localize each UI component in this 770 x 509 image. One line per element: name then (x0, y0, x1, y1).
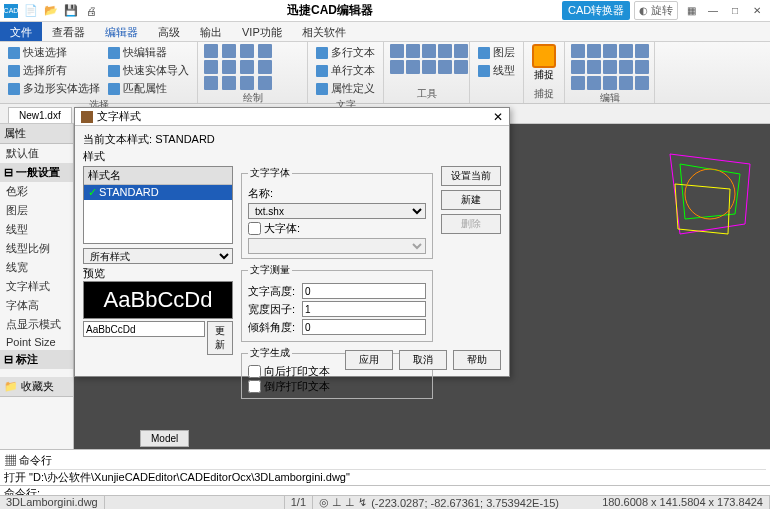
print-icon[interactable]: 🖨 (84, 4, 98, 18)
save-icon[interactable]: 💾 (64, 4, 78, 18)
backward-checkbox[interactable] (248, 365, 261, 378)
style-list-item[interactable]: STANDARD (84, 185, 232, 200)
status-coords: (-223.0287; -82.67361; 3.753942E-15) (371, 497, 559, 509)
open-icon[interactable]: 📂 (44, 4, 58, 18)
ribbon-group-draw: 绘制 (198, 42, 308, 103)
prop-item[interactable]: 图层 (0, 201, 73, 220)
height-input[interactable] (302, 283, 426, 299)
linetype-btn[interactable]: 线型 (476, 62, 517, 79)
tab-editor[interactable]: 编辑器 (95, 22, 148, 41)
quick-editor[interactable]: 快编辑器 (106, 44, 191, 61)
style-label: 样式 (83, 149, 501, 164)
width-input[interactable] (302, 301, 426, 317)
tab-viewer[interactable]: 查看器 (42, 22, 95, 41)
status-tools[interactable]: ◎ ⊥ ⊥ ↯ (-223.0287; -82.67361; 3.753942E… (313, 496, 596, 509)
layout-icon[interactable]: ▦ (682, 3, 700, 19)
tab-vip[interactable]: VIP功能 (232, 22, 292, 41)
select-all[interactable]: 选择所有 (6, 62, 102, 79)
cmd-history-line: 打开 "D:\办公软件\XunjieCADEditor\CADEditorOcx… (4, 470, 766, 485)
props-marker[interactable]: ⊟ 标注 (0, 350, 73, 369)
current-style-value: STANDARD (155, 133, 215, 145)
font-name-select[interactable]: txt.shx (248, 203, 426, 219)
dialog-title: 文字样式 (97, 109, 141, 124)
snap-button[interactable]: 捕捉 (530, 44, 558, 82)
style-list-header: 样式名 (84, 167, 232, 185)
app-title: 迅捷CAD编辑器 (98, 2, 562, 19)
minimize-icon[interactable]: — (704, 3, 722, 19)
layer-btn[interactable]: 图层 (476, 44, 517, 61)
doc-tab[interactable]: New1.dxf (8, 107, 72, 123)
match-props[interactable]: 匹配属性 (106, 80, 191, 97)
props-default: 默认值 (0, 144, 73, 163)
current-style-label: 当前文本样式: (83, 133, 152, 145)
prop-item[interactable]: 线型 (0, 220, 73, 239)
dialog-titlebar[interactable]: 文字样式 ✕ (75, 108, 509, 126)
prop-item[interactable]: 线型比例 (0, 239, 73, 258)
prop-item[interactable]: 字体高 (0, 296, 73, 315)
status-dims: 180.6008 x 141.5804 x 173.8424 (596, 496, 770, 509)
preview-label: 预览 (83, 266, 233, 281)
multiline-text[interactable]: 多行文本 (314, 44, 377, 61)
style-filter-select[interactable]: 所有样式 (83, 248, 233, 264)
new-icon[interactable]: 📄 (24, 4, 38, 18)
style-list[interactable]: 样式名 STANDARD (83, 166, 233, 244)
maximize-icon[interactable]: □ (726, 3, 744, 19)
properties-panel: 属性 默认值 ⊟ 一般设置 色彩 图层 线型 线型比例 线宽 文字样式 字体高 … (0, 124, 74, 449)
titlebar: CAD 📄 📂 💾 🖨 迅捷CAD编辑器 CAD转换器 ◐ 旋转 ▦ — □ ✕ (0, 0, 770, 22)
bigfont-select[interactable] (248, 238, 426, 254)
status-ratio: 1/1 (285, 496, 313, 509)
preview-input[interactable] (83, 321, 205, 337)
command-panel: ▦ 命令行 打开 "D:\办公软件\XunjieCADEditor\CADEdi… (0, 449, 770, 489)
app-icon: CAD (4, 4, 18, 18)
ribbon-group-snap: 捕捉 捕捉 (524, 42, 565, 103)
ribbon: 快速选择 选择所有 多边形实体选择 快编辑器 快速实体导入 匹配属性 选择 绘制… (0, 42, 770, 104)
close-icon[interactable]: ✕ (748, 3, 766, 19)
cancel-button[interactable]: 取消 (399, 350, 447, 370)
poly-select[interactable]: 多边形实体选择 (6, 80, 102, 97)
dialog-close-icon[interactable]: ✕ (493, 110, 503, 124)
preview-box: AaBbCcDd (83, 281, 233, 319)
prop-def[interactable]: 属性定义 (314, 80, 377, 97)
tab-file[interactable]: 文件 (0, 22, 42, 41)
status-file: 3DLamborgini.dwg (0, 496, 105, 509)
cad-convert-button[interactable]: CAD转换器 (562, 1, 630, 20)
quick-select[interactable]: 快速选择 (6, 44, 102, 61)
apply-button[interactable]: 应用 (345, 350, 393, 370)
tab-output[interactable]: 输出 (190, 22, 232, 41)
measure-group: 文字测量 文字高度: 宽度因子: 倾斜角度: (241, 263, 433, 342)
ribbon-group-tools: 工具 (384, 42, 470, 103)
font-group: 文字字体 名称: txt.shx 大字体: (241, 166, 433, 259)
oblique-input[interactable] (302, 319, 426, 335)
ribbon-group-edit: 编辑 (565, 42, 655, 103)
new-button[interactable]: 新建 (441, 190, 501, 210)
prop-item[interactable]: 文字样式 (0, 277, 73, 296)
cmd-title: 命令行 (19, 454, 52, 466)
ribbon-group-text: 多行文本 单行文本 属性定义 文字 (308, 42, 384, 103)
model-tab[interactable]: Model (140, 430, 189, 447)
tab-advanced[interactable]: 高级 (148, 22, 190, 41)
upside-checkbox[interactable] (248, 380, 261, 393)
favorites-title: 📁 收藏夹 (0, 377, 73, 397)
drawing-preview (660, 144, 760, 264)
help-button[interactable]: 帮助 (453, 350, 501, 370)
text-style-dialog: 文字样式 ✕ 当前文本样式: STANDARD 样式 样式名 STANDARD … (74, 107, 510, 377)
svg-point-0 (685, 169, 735, 219)
bigfont-checkbox[interactable] (248, 222, 261, 235)
menu-tabs: 文件 查看器 编辑器 高级 输出 VIP功能 相关软件 (0, 22, 770, 42)
props-title: 属性 (0, 124, 73, 144)
prop-item[interactable]: 线宽 (0, 258, 73, 277)
props-general[interactable]: ⊟ 一般设置 (0, 163, 73, 182)
rotate-button[interactable]: ◐ 旋转 (634, 1, 678, 20)
prop-item[interactable]: 点显示模式 (0, 315, 73, 334)
prop-item[interactable]: Point Size (0, 334, 73, 350)
ribbon-group-select: 快速选择 选择所有 多边形实体选择 快编辑器 快速实体导入 匹配属性 选择 (0, 42, 198, 103)
quick-import[interactable]: 快速实体导入 (106, 62, 191, 79)
delete-button[interactable]: 删除 (441, 214, 501, 234)
statusbar: 3DLamborgini.dwg 1/1 ◎ ⊥ ⊥ ↯ (-223.0287;… (0, 495, 770, 509)
tab-related[interactable]: 相关软件 (292, 22, 356, 41)
singleline-text[interactable]: 单行文本 (314, 62, 377, 79)
ribbon-group-linetype: 图层 线型 (470, 42, 524, 103)
update-button[interactable]: 更新 (207, 321, 233, 355)
set-current-button[interactable]: 设置当前 (441, 166, 501, 186)
prop-item[interactable]: 色彩 (0, 182, 73, 201)
